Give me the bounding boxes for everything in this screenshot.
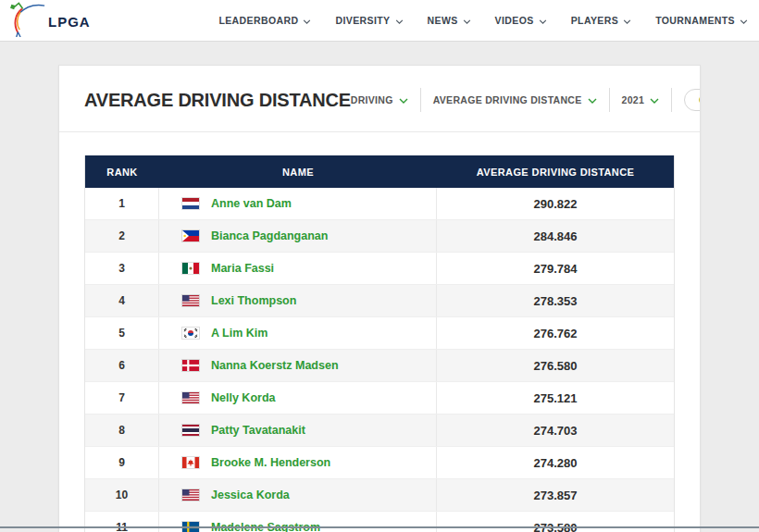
table-row: 11Madelene Sagstrom273.580 [85,512,674,532]
name-cell: Bianca Pagdanganan [159,220,437,252]
name-cell: Maria Fassi [159,253,437,284]
flag-icon-mexico [182,263,199,274]
rank-cell: 7 [85,382,159,414]
value-cell: 279.784 [437,262,674,276]
filter-divider [609,88,610,112]
rank-cell: 8 [85,414,159,446]
flag-icon-south-korea [182,328,199,339]
nav-item-label: VIDEOS [495,15,534,26]
flag-icon-netherlands [182,198,199,209]
value-cell: 276.580 [437,359,674,373]
chevron-down-icon [623,15,631,26]
table-row: 8Patty Tavatanakit274.703 [85,414,674,447]
value-cell: 275.121 [437,391,674,405]
flag-icon-thailand [182,425,199,436]
value-cell: 273.857 [437,489,674,502]
table-row: 2Bianca Pagdanganan284.846 [85,220,674,253]
table-header-row: RANK NAME AVERAGE DRIVING DISTANCE [85,155,674,188]
name-cell: A Lim Kim [159,317,437,349]
chevron-down-icon [303,15,311,26]
table-row: 10Jessica Korda273.857 [85,479,674,512]
column-header-value: AVERAGE DRIVING DISTANCE [437,167,674,178]
name-cell: Anne van Dam [159,188,437,219]
flag-icon-usa [182,295,199,306]
value-cell: 276.762 [437,327,674,340]
player-link[interactable]: Patty Tavatanakit [211,424,305,437]
player-link[interactable]: Maria Fassi [211,262,274,275]
rank-cell: 9 [85,447,159,478]
rank-cell: 6 [85,350,159,381]
chevron-down-icon [395,15,404,26]
name-cell: Madelene Sagstrom [159,512,437,532]
table-row: 5A Lim Kim276.762 [85,317,674,350]
window-bottom-edge [0,526,759,528]
season-dropdown-label: 2021 [622,94,645,105]
stats-card: AVERAGE DRIVING DISTANCE DRIVING AVERAGE… [58,65,701,532]
chevron-down-icon [650,94,659,105]
table-row: 1Anne van Dam290.822 [85,188,674,220]
lpga-logo[interactable]: LPGA [7,0,91,41]
table-body: 1Anne van Dam290.8222Bianca Pagdanganan2… [85,188,674,532]
season-dropdown[interactable]: 2021 [622,94,660,105]
stat-dropdown[interactable]: AVERAGE DRIVING DISTANCE [433,94,597,105]
table-row: 6Nanna Koerstz Madsen276.580 [85,350,674,382]
filter-divider [420,88,421,112]
name-cell: Lexi Thompson [159,285,437,316]
rank-cell: 11 [85,512,159,532]
player-link[interactable]: Lexi Thompson [211,294,296,307]
chevron-down-icon [539,15,547,26]
lpga-golfer-icon [7,0,46,41]
flag-icon-usa [182,392,199,403]
player-link[interactable]: Jessica Korda [211,489,290,501]
nav-item-label: NEWS [428,15,458,26]
name-cell: Nanna Koerstz Madsen [159,350,437,381]
nav-item-leaderboard[interactable]: LEADERBOARD [218,15,311,26]
rank-cell: 3 [85,253,159,284]
table-row: 4Lexi Thompson278.353 [85,285,674,317]
card-header: AVERAGE DRIVING DISTANCE DRIVING AVERAGE… [59,66,700,132]
nav-item-label: PLAYERS [571,15,618,26]
rank-cell: 10 [85,479,159,511]
chevron-down-icon [399,94,408,105]
nav-item-tournaments[interactable]: TOURNAMENTS [655,15,748,26]
value-cell: 278.353 [437,294,674,308]
stat-filters: DRIVING AVERAGE DRIVING DISTANCE 2021 [351,88,701,112]
player-link[interactable]: Nelly Korda [211,391,275,404]
go-button[interactable]: GO [684,89,701,111]
nav-item-news[interactable]: NEWS [428,15,471,26]
nav-menu: LEADERBOARDDIVERSITYNEWSVIDEOSPLAYERSTOU… [218,15,750,26]
nav-item-videos[interactable]: VIDEOS [495,15,547,26]
flag-icon-philippines [182,230,199,241]
flag-icon-usa [182,489,199,501]
name-cell: Brooke M. Henderson [159,447,437,478]
flag-icon-canada [182,457,199,468]
name-cell: Patty Tavatanakit [159,414,437,446]
value-cell: 290.822 [437,197,674,211]
category-dropdown[interactable]: DRIVING [351,94,408,105]
chevron-down-icon [740,15,748,26]
nav-item-label: LEADERBOARD [218,15,298,26]
player-link[interactable]: Bianca Pagdanganan [211,229,328,242]
table-row: 3Maria Fassi279.784 [85,253,674,285]
chevron-down-icon [588,94,597,105]
nav-item-players[interactable]: PLAYERS [571,15,631,26]
chevron-down-icon [463,15,471,26]
rank-cell: 4 [85,285,159,316]
name-cell: Nelly Korda [159,382,437,414]
rank-cell: 1 [85,188,159,219]
flag-icon-denmark [182,360,199,371]
value-cell: 274.703 [437,424,674,438]
player-link[interactable]: A Lim Kim [211,327,268,340]
player-link[interactable]: Nanna Koerstz Madsen [211,359,339,372]
nav-item-diversity[interactable]: DIVERSITY [335,15,403,26]
name-cell: Jessica Korda [159,479,437,511]
stat-dropdown-label: AVERAGE DRIVING DISTANCE [433,94,582,105]
value-cell: 284.846 [437,229,674,243]
value-cell: 274.280 [437,456,674,470]
nav-item-label: TOURNAMENTS [655,15,735,26]
player-link[interactable]: Brooke M. Henderson [211,456,330,469]
player-link[interactable]: Anne van Dam [211,197,292,210]
page-title: AVERAGE DRIVING DISTANCE [84,90,351,111]
category-dropdown-label: DRIVING [351,94,393,105]
column-header-name: NAME [159,167,437,178]
